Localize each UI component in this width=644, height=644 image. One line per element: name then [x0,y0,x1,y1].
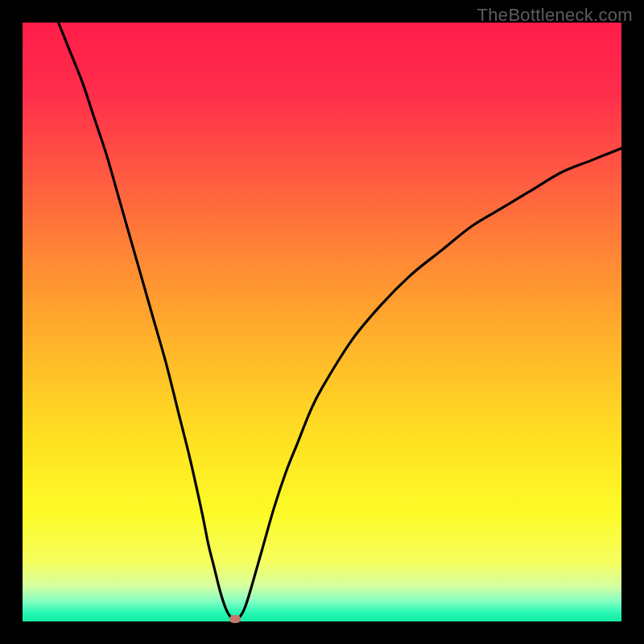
plot-area [23,23,621,621]
curve-layer [23,23,621,621]
chart-wrapper: TheBottleneck.com [0,0,644,644]
watermark-label: TheBottleneck.com [477,5,633,26]
bottleneck-curve [59,23,621,620]
optimal-point-marker [229,615,241,623]
